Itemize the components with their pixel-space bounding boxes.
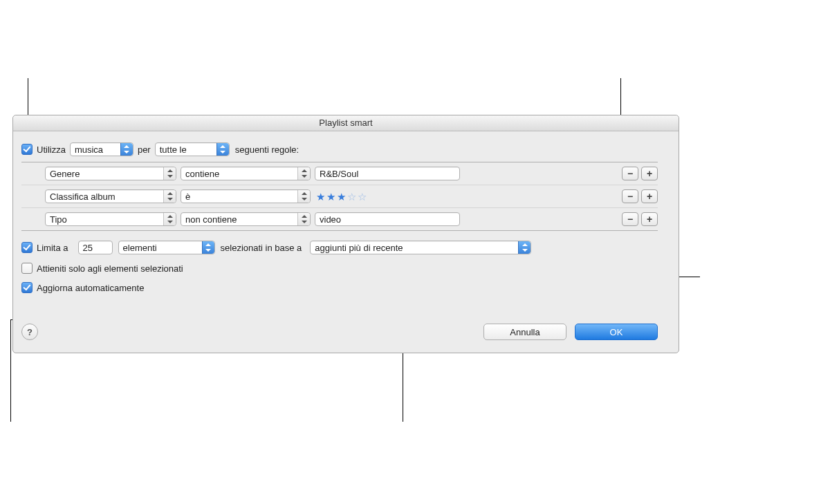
rule-operator-select[interactable]: non contiene [181,212,311,226]
dialog-footer: ? Annulla OK [21,324,658,340]
only-checked-row: Attieniti solo agli elementi selezionati [21,263,658,274]
select-stepper-icon [297,213,310,225]
remove-rule-button[interactable]: − [622,167,638,180]
rule-value-input[interactable]: video [315,212,460,226]
rule-row: Tipo non contiene video − + [21,208,658,230]
rule-field-select[interactable]: Genere [45,167,176,180]
limit-label: Limita a [37,243,68,253]
rule-field-value: Genere [50,169,80,179]
only-checked-label: Attieniti solo agli elementi selezionati [37,263,183,274]
add-rule-button[interactable]: + [641,167,658,180]
match-source-value: musica [75,144,103,155]
help-button[interactable]: ? [21,324,38,340]
dialog-content: Utilizza musica per tutte le seguenti re… [13,131,679,353]
limit-count-input[interactable]: 25 [78,241,113,254]
limit-by-label: selezionati in base a [221,243,302,253]
rule-field-select[interactable]: Classifica album [45,189,176,203]
remove-rule-button[interactable]: − [622,212,638,226]
lower-options: Limita a 25 elementi selezionati in base… [21,241,658,296]
rule-row: Genere contiene R&B/Soul − + [21,162,658,185]
add-rule-button[interactable]: + [641,212,658,226]
star-icon: ★ [316,192,325,202]
rule-row: Classifica album è ★ ★ ★ ☆ ☆ − + [21,185,658,208]
only-checked-checkbox[interactable] [21,263,33,274]
rule-field-select[interactable]: Tipo [45,212,176,226]
select-stepper-icon [518,241,531,254]
select-stepper-icon [216,143,229,156]
star-icon: ★ [337,192,346,202]
match-use-label: Utilizza [37,144,66,155]
select-stepper-icon [163,167,176,180]
select-stepper-icon [120,143,133,156]
rule-value-input[interactable]: R&B/Soul [315,167,460,180]
cancel-button[interactable]: Annulla [483,324,566,340]
match-scope-value: tutte le [160,144,187,155]
select-stepper-icon [163,190,176,203]
limit-checkbox[interactable] [21,242,33,253]
rule-operator-value: contiene [185,169,219,179]
match-source-select[interactable]: musica [70,142,133,156]
limit-sort-select[interactable]: aggiunti più di recente [310,241,531,254]
rule-operator-value: è [185,192,190,202]
rule-field-value: Classifica album [50,192,116,202]
limit-row: Limita a 25 elementi selezionati in base… [21,241,658,254]
live-update-checkbox[interactable] [21,282,33,293]
ok-button[interactable]: OK [575,324,658,340]
limit-units-select[interactable]: elementi [118,241,215,254]
smart-playlist-dialog: Playlist smart Utilizza musica per tutte… [12,115,679,353]
remove-rule-button[interactable]: − [622,189,638,203]
star-icon: ★ [326,192,335,202]
star-icon: ☆ [347,192,356,202]
rule-stars[interactable]: ★ ★ ★ ☆ ☆ [316,192,367,202]
select-stepper-icon [297,167,310,180]
match-scope-select[interactable]: tutte le [155,142,230,156]
rule-operator-select[interactable]: è [181,189,311,203]
rule-operator-value: non contiene [185,214,237,225]
match-per-label: per [138,144,151,155]
match-checkbox[interactable] [21,144,33,155]
live-update-row: Aggiorna automaticamente [21,282,658,293]
star-icon: ☆ [358,192,367,202]
live-update-label: Aggiorna automaticamente [37,283,144,293]
rules-area: Genere contiene R&B/Soul − + Classifica … [21,162,658,231]
rule-operator-select[interactable]: contiene [181,167,311,180]
match-row: Utilizza musica per tutte le seguenti re… [21,142,658,156]
dialog-title: Playlist smart [13,115,679,131]
select-stepper-icon [163,213,176,225]
rule-field-value: Tipo [50,214,67,225]
match-suffix-label: seguenti regole: [235,144,299,155]
add-rule-button[interactable]: + [641,189,658,203]
select-stepper-icon [297,190,310,203]
select-stepper-icon [202,241,214,254]
